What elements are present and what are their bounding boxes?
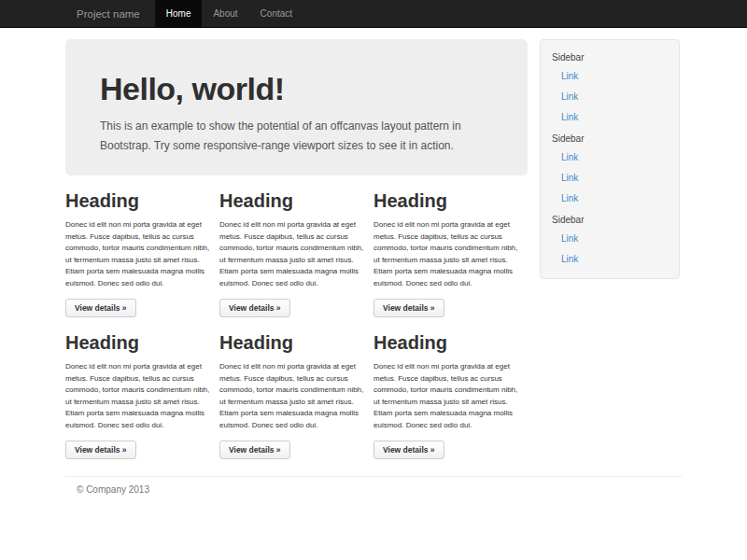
view-details-button[interactable]: View details » [219, 441, 290, 459]
sidebar-group-header: Sidebar [541, 128, 679, 147]
card-1: Heading Donec id elit non mi porta gravi… [65, 175, 219, 317]
page: Project name Home About Contact Hello, w… [0, 0, 747, 560]
view-details-button[interactable]: View details » [219, 299, 290, 317]
nav-item-about[interactable]: About [202, 0, 248, 27]
jumbotron-text: This is an example to show the potential… [100, 117, 493, 156]
card-text: Donec id elit non mi porta gravida at eg… [65, 361, 210, 431]
sidebar-column: Sidebar Link Link Link Sidebar Link Link… [528, 28, 682, 459]
card-heading: Heading [374, 331, 518, 354]
jumbotron: Hello, world! This is an example to show… [65, 39, 528, 175]
sidebar-link[interactable]: Link [541, 249, 679, 270]
view-details-button[interactable]: View details » [65, 299, 136, 317]
sidebar-link[interactable]: Link [541, 66, 679, 87]
view-details-button[interactable]: View details » [374, 441, 444, 459]
view-details-button[interactable]: View details » [374, 299, 444, 317]
card-6: Heading Donec id elit non mi porta gravi… [374, 317, 528, 459]
card-heading: Heading [65, 189, 210, 212]
card-2: Heading Donec id elit non mi porta gravi… [219, 175, 374, 317]
navbar-inner: Project name Home About Contact [65, 0, 682, 27]
card-text: Donec id elit non mi porta gravida at eg… [219, 219, 364, 289]
sidebar-group-header: Sidebar [541, 209, 679, 229]
card-heading: Heading [219, 189, 364, 212]
sidebar-link[interactable]: Link [541, 229, 679, 249]
view-details-button[interactable]: View details » [65, 441, 136, 459]
sidebar-link[interactable]: Link [541, 107, 679, 128]
content-container: Hello, world! This is an example to show… [65, 28, 682, 495]
sidebar: Sidebar Link Link Link Sidebar Link Link… [540, 39, 680, 279]
footer-divider [65, 476, 682, 477]
main-column: Hello, world! This is an example to show… [65, 28, 528, 459]
navbar-brand[interactable]: Project name [65, 0, 155, 27]
card-heading: Heading [374, 189, 518, 212]
footer: © Company 2013 [65, 484, 682, 495]
nav-item-home[interactable]: Home [155, 0, 203, 27]
card-text: Donec id elit non mi porta gravida at eg… [219, 361, 364, 431]
jumbotron-title: Hello, world! [100, 70, 493, 107]
card-5: Heading Donec id elit non mi porta gravi… [219, 317, 374, 459]
navbar: Project name Home About Contact [0, 0, 747, 28]
sidebar-link[interactable]: Link [541, 147, 679, 168]
sidebar-link[interactable]: Link [541, 87, 679, 107]
card-4: Heading Donec id elit non mi porta gravi… [65, 317, 219, 459]
sidebar-link[interactable]: Link [541, 189, 679, 209]
card-text: Donec id elit non mi porta gravida at eg… [65, 219, 210, 289]
card-heading: Heading [65, 331, 210, 354]
card-text: Donec id elit non mi porta gravida at eg… [374, 361, 518, 431]
navbar-menu: Home About Contact [155, 0, 303, 27]
card-text: Donec id elit non mi porta gravida at eg… [374, 219, 518, 289]
nav-item-contact[interactable]: Contact [249, 0, 303, 27]
sidebar-link[interactable]: Link [541, 168, 679, 189]
card-heading: Heading [219, 331, 364, 354]
copyright-text: © Company 2013 [65, 484, 682, 495]
sidebar-group-header: Sidebar [541, 47, 679, 66]
cards-grid: Heading Donec id elit non mi porta gravi… [65, 175, 528, 459]
content-row: Hello, world! This is an example to show… [65, 28, 682, 459]
card-3: Heading Donec id elit non mi porta gravi… [374, 175, 528, 317]
